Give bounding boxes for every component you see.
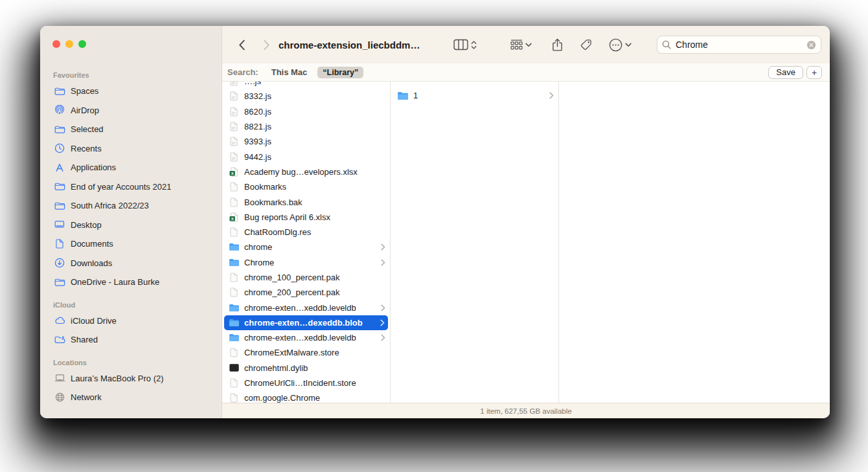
file-row[interactable]: chrome-exten…dexeddb.blob: [224, 315, 388, 330]
chevron-up-down-icon: [471, 40, 477, 50]
folder-file-icon: [397, 91, 409, 101]
tag-button[interactable]: [580, 39, 592, 51]
recents-icon: [53, 143, 66, 153]
chevron-right-icon: [263, 39, 270, 51]
file-row[interactable]: com.google.Chrome: [222, 390, 390, 403]
file-row[interactable]: Bookmarks.bak: [222, 194, 390, 209]
zoom-button[interactable]: [78, 40, 86, 48]
preview-column-empty: [559, 82, 830, 403]
column-view-button[interactable]: [453, 39, 468, 51]
sidebar-item-label: Recents: [71, 144, 102, 153]
status-text: 1 item, 627,55 GB available: [480, 407, 571, 415]
sidebar-item-airdrop[interactable]: AirDrop: [47, 101, 215, 120]
file-row[interactable]: 8620.js: [222, 104, 390, 119]
file-row[interactable]: 1: [391, 87, 558, 104]
file-row[interactable]: ChromeUrlCli…tIncident.store: [222, 376, 390, 390]
file-row[interactable]: ChromeExtMalware.store: [222, 345, 390, 360]
sidebar-item-network[interactable]: Network: [47, 388, 215, 407]
folder-icon: [53, 182, 66, 191]
file-row[interactable]: 8332.js: [222, 89, 390, 104]
save-search-button[interactable]: Save: [768, 66, 803, 79]
sidebar-item-onedrive-laura-burke[interactable]: OneDrive - Laura Burke: [47, 273, 215, 292]
file-name: ChatRoomDlg.res: [244, 227, 385, 237]
chevron-right-icon: [381, 304, 385, 311]
file-name: com.google.Chrome: [244, 393, 385, 403]
file-row[interactable]: chrome_100_percent.pak: [222, 270, 390, 285]
more-options-button[interactable]: [609, 38, 622, 52]
column-browser: ….js8332.js8620.js8821.js9393.js9442.jsX…: [222, 82, 830, 403]
file-row[interactable]: Chrome: [222, 255, 390, 270]
file-name: ChromeExtMalware.store: [244, 348, 385, 357]
file-list: 1: [391, 87, 558, 104]
file-row[interactable]: ChatRoomDlg.res: [222, 225, 390, 240]
clear-search-icon[interactable]: [806, 40, 816, 50]
file-row[interactable]: 9442.js: [222, 149, 390, 164]
sidebar-item-icloud-drive[interactable]: iCloud Drive: [47, 311, 215, 331]
chevron-right-icon: [380, 319, 385, 326]
chevron-down-icon: [525, 43, 532, 47]
file-name: chrome: [244, 242, 378, 252]
scope-library-pill[interactable]: “Library”: [317, 67, 363, 78]
sidebar-item-label: Downloads: [71, 258, 112, 268]
sidebar-item-south-africa-2022-23[interactable]: South Africa 2022/23: [47, 196, 215, 216]
add-filter-button[interactable]: +: [806, 66, 822, 79]
sidebar-section-title: Locations: [40, 359, 222, 366]
file-name: 8620.js: [244, 107, 385, 117]
downloads-icon: [53, 258, 66, 268]
back-button[interactable]: [235, 39, 248, 51]
sidebar-item-applications[interactable]: Applications: [47, 158, 215, 177]
file-name: chrome_100_percent.pak: [244, 273, 385, 282]
share-icon: [552, 38, 563, 52]
sidebar-item-shared[interactable]: Shared: [47, 330, 215, 350]
sidebar-item-label: Applications: [71, 163, 116, 172]
sidebar-item-recents[interactable]: Recents: [47, 139, 215, 159]
finder-window: FavouritesSpacesAirDropSelectedRecentsAp…: [40, 26, 830, 418]
file-row[interactable]: 8821.js: [222, 119, 390, 134]
close-button[interactable]: [52, 40, 60, 48]
js-icon: [228, 152, 240, 162]
view-updown-button[interactable]: [471, 40, 477, 50]
file-row[interactable]: XAcademy bug…evelopers.xlsx: [222, 164, 390, 179]
file-row[interactable]: XBug reports April 6.xlsx: [222, 210, 390, 225]
file-name: chromehtml.dylib: [244, 363, 385, 373]
file-row[interactable]: chrome-exten…xeddb.leveldb: [222, 330, 390, 345]
group-by-icon: [510, 39, 523, 50]
search-field: [657, 36, 821, 54]
sidebar-item-downloads[interactable]: Downloads: [47, 254, 215, 273]
network-icon: [53, 392, 66, 402]
sidebar-item-spaces[interactable]: Spaces: [47, 82, 215, 101]
search-input[interactable]: [674, 39, 806, 51]
js-icon: [228, 107, 240, 117]
chevron-left-icon: [238, 39, 246, 51]
file-row[interactable]: Bookmarks: [222, 179, 390, 194]
minimize-button[interactable]: [65, 40, 73, 48]
file-row[interactable]: chrome-exten…xeddb.leveldb: [222, 300, 390, 315]
file-row[interactable]: chrome_200_percent.pak: [222, 285, 390, 300]
file-name: chrome-exten…xeddb.leveldb: [244, 333, 378, 343]
file-name: 9393.js: [244, 137, 385, 146]
share-button[interactable]: [552, 38, 563, 52]
forward-button[interactable]: [260, 39, 273, 51]
sidebar-item-laura-s-macbook-pro-2[interactable]: Laura’s MacBook Pro (2): [47, 369, 215, 388]
file-row[interactable]: ….js: [222, 82, 390, 89]
scope-this-mac[interactable]: This Mac: [271, 67, 308, 77]
folder-icon: [53, 87, 66, 96]
file-row[interactable]: 9393.js: [222, 134, 390, 149]
sidebar-item-label: Selected: [71, 124, 104, 134]
folder-icon: [53, 201, 66, 210]
js-icon: [228, 137, 240, 146]
sidebar-item-selected[interactable]: Selected: [47, 120, 215, 139]
sidebar-item-desktop[interactable]: Desktop: [47, 216, 215, 235]
sidebar-item-end-of-year-accounts-2021[interactable]: End of year Accounts 2021: [47, 177, 215, 197]
file-row[interactable]: chromehtml.dylib: [222, 361, 390, 376]
airdrop-icon: [53, 105, 66, 115]
sidebar-item-documents[interactable]: Documents: [47, 234, 215, 254]
file-row[interactable]: chrome: [222, 240, 390, 254]
group-by-button[interactable]: [510, 39, 523, 50]
desktop-icon: [53, 220, 66, 229]
js-icon: [228, 82, 240, 86]
file-name: ….js: [244, 82, 385, 86]
folder-file-icon: [228, 304, 240, 312]
sidebar-item-label: AirDrop: [71, 106, 99, 115]
status-bar: 1 item, 627,55 GB available: [222, 403, 830, 418]
